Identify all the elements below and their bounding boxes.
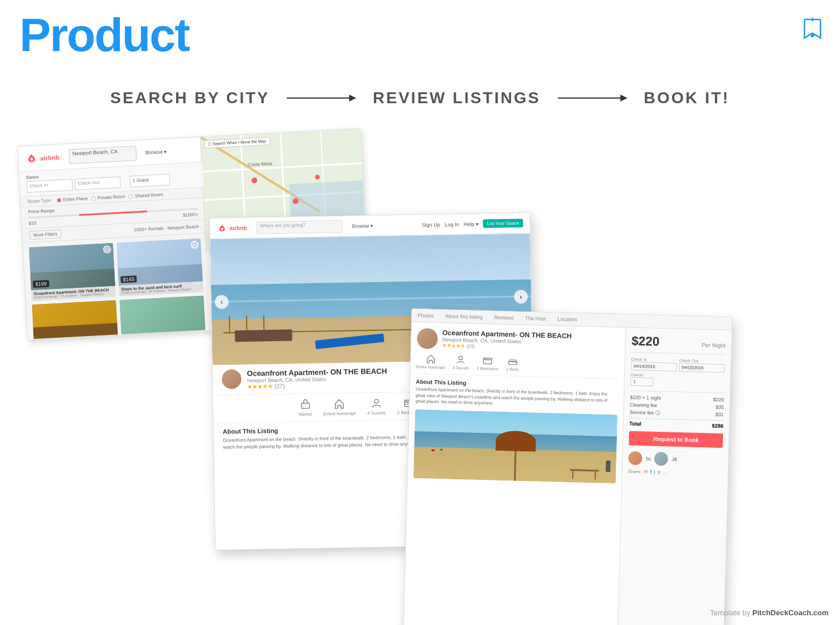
svg-point-19 [374, 399, 378, 403]
s3-about: About This Listing Oceanfront Apartment … [415, 378, 618, 410]
shared-room-option[interactable]: Shared Room [128, 192, 163, 199]
s3-guests-value[interactable]: 1 [630, 377, 653, 386]
s3-checkout-value[interactable]: 04/15/2015 [679, 363, 725, 373]
guests-select[interactable]: 1 Guest [130, 174, 170, 188]
listing-image-4 [119, 295, 205, 334]
s3-beach-photo [413, 409, 618, 483]
s3-per-night: Per Night [701, 342, 725, 349]
s3-stat-beds: 2 Beds [506, 356, 519, 372]
svg-rect-18 [301, 403, 309, 408]
tab-host[interactable]: The Host [519, 312, 552, 325]
s3-total-label: Total [629, 421, 641, 427]
s3-host-label2: Jill [671, 456, 677, 462]
arrow-line-2 [558, 97, 627, 99]
s3-booking-fields: Check In 04/14/2015 Check Out 04/15/2015… [630, 357, 725, 388]
s2-listing-info: Oceanfront Apartment- ON THE BEACH Newpo… [247, 367, 388, 390]
s3-checkin-field: Check In 04/14/2015 [631, 357, 677, 372]
arrow-1 [287, 97, 355, 99]
s3-cost-breakdown: $220 × 1 night $220 Cleaning fee $35 Ser… [629, 390, 724, 429]
s3-stats-row: Entire home/apt 4 Guests 2 Bedrooms 2 Be… [416, 353, 619, 379]
airbnb-text: airbnb [40, 154, 60, 162]
s3-cost-line-3: Service fee ⓘ $31 [630, 409, 724, 419]
share-icon-twitter[interactable]: t [654, 469, 655, 475]
more-filters-btn[interactable]: More Filters [29, 229, 62, 240]
listing-card-4[interactable]: Ocean View Suite [119, 295, 206, 341]
s3-listing-header: Oceanfront Apartment- ON THE BEACH Newpo… [417, 328, 620, 354]
svg-point-26 [459, 356, 463, 360]
listing-image-2: $145 ♡ [116, 238, 203, 286]
s3-total-value: $286 [712, 423, 723, 429]
s1-listing-grid: $199 ♡ Oceanfront Apartment- ON THE BEAC… [23, 235, 212, 341]
s3-cost-line-1: $220 × 1 night $220 [630, 394, 724, 403]
host-avatar-s3 [417, 328, 438, 349]
s1-search-text: Newport Beach, CA [69, 146, 136, 158]
s3-host-avatar-2 [654, 452, 669, 466]
s3-listing-info: Oceanfront Apartment- ON THE BEACH Newpo… [442, 329, 572, 351]
entire-radio [57, 198, 61, 202]
s2-search-bar[interactable]: Where are you going? [256, 220, 343, 234]
favorite-icon-2[interactable]: ♡ [190, 241, 199, 249]
private-label: Private Room [97, 194, 126, 201]
listing-card-3[interactable]: Cozy Beach Studio [32, 300, 118, 341]
price-max: $1000+ [183, 212, 198, 218]
favorite-icon-1[interactable]: ♡ [103, 245, 111, 254]
share-icon-email[interactable]: ✉ [644, 469, 648, 474]
share-icon-pinterest[interactable]: p [658, 469, 661, 475]
s3-share-label: Share: [628, 468, 642, 474]
s3-stat-guests: 4 Guests [452, 354, 469, 370]
entire-place-option[interactable]: Entire Place [57, 196, 88, 203]
s3-stat-bedrooms: 2 Bedrooms [476, 355, 498, 371]
checkin-input[interactable]: Check In [26, 179, 73, 193]
watermark-brand: PitchDeckCoach.com [752, 608, 829, 617]
s2-stat-guests: 4 Guests [367, 397, 386, 416]
guests-filter: 1 Guest [129, 168, 170, 188]
watermark-prefix: Template by [710, 608, 752, 617]
private-room-option[interactable]: Private Room [91, 194, 126, 201]
tab-photos[interactable]: Photos [412, 309, 440, 322]
s2-help[interactable]: Help ▾ [464, 221, 479, 226]
s3-stat-home: Entire home/apt [416, 353, 445, 369]
checkout-input[interactable]: Check Out [75, 177, 121, 190]
s3-main-layout: Oceanfront Apartment- ON THE BEACH Newpo… [404, 322, 732, 625]
s3-price: $220 [631, 334, 660, 349]
s3-host-avatar-1 [628, 451, 643, 466]
screenshot-booking: Photos About this listing Reviews The Ho… [403, 308, 733, 625]
share-icon-facebook[interactable]: f [650, 469, 652, 475]
browse-label: Browse ▾ [146, 149, 167, 155]
s3-cost-line-2: Cleaning fee $35 [630, 402, 724, 410]
dates-filter: Dates Check In Check Out [26, 170, 121, 193]
flow-steps: SEARCH BY CITY REVIEW LISTINGS BOOK IT! [0, 89, 840, 107]
s3-guests-field: Guests 1 [630, 373, 725, 388]
s1-search-bar[interactable]: Newport Beach, CA [68, 146, 136, 164]
tab-about[interactable]: About this listing [439, 310, 489, 323]
step-2-label: REVIEW LISTINGS [373, 89, 540, 107]
step-1-label: SEARCH BY CITY [110, 89, 269, 107]
listing-card-2[interactable]: $145 ♡ Steps to the sand and best surf! … [116, 238, 204, 296]
s3-booking-sidebar: $220 Per Night Check In 04/14/2015 Check… [618, 328, 732, 625]
tab-location[interactable]: Location [552, 312, 583, 326]
bookmark-icon [802, 17, 823, 45]
step-3-label: BOOK IT! [644, 89, 730, 107]
s2-list-btn[interactable]: List Your Space [483, 218, 523, 228]
private-radio [91, 196, 96, 200]
svg-point-1 [811, 34, 814, 37]
tab-reviews[interactable]: Reviews [489, 311, 520, 324]
listing-image-1: $199 ♡ [29, 243, 115, 290]
s2-signup[interactable]: Sign Up [421, 221, 440, 228]
s3-checkin-value[interactable]: 04/14/2015 [631, 362, 677, 372]
listing-card-1[interactable]: $199 ♡ Oceanfront Apartment- ON THE BEAC… [29, 243, 116, 301]
s3-left-content: Oceanfront Apartment- ON THE BEACH Newpo… [404, 322, 626, 625]
s3-about-text: Oceanfront Apartment on the beach. Direc… [415, 386, 618, 410]
s3-host-row: Sc Jill [628, 451, 723, 467]
host-avatar-s2 [222, 369, 242, 389]
header-section: Product [19, 11, 189, 58]
s2-login[interactable]: Log In [444, 221, 459, 227]
s3-checkout-field: Check Out 04/15/2015 [679, 358, 725, 373]
s3-request-btn[interactable]: Request to Book [629, 431, 724, 448]
s1-filters: Dates Check In Check Out 1 Guest [19, 162, 206, 243]
s2-airbnb-logo: airbnb [217, 222, 247, 233]
price-min: $10 [29, 220, 37, 226]
s2-stat-home: Entire home/apt [323, 398, 356, 417]
s3-total-line: Total $286 [629, 418, 723, 429]
page-title: Product [19, 11, 189, 58]
